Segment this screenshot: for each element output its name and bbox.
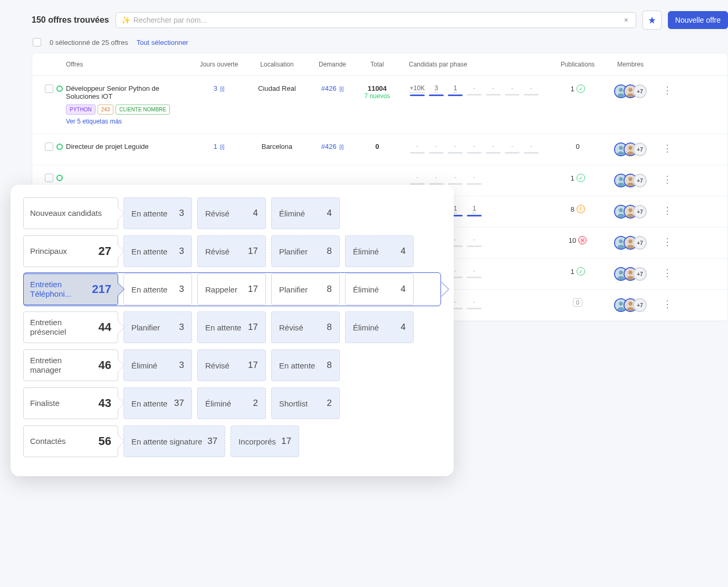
members-avatars[interactable]: +7 [604,298,657,312]
substep-count: 17 [248,284,258,295]
stage-substep[interactable]: En attente 3 [123,273,192,305]
phase-bar [467,277,482,278]
info-icon[interactable]: [i] [339,86,343,92]
new-offer-button[interactable]: Nouvelle offre [668,11,728,29]
stage-substep[interactable]: Éliminé 4 [345,273,414,305]
select-all-link[interactable]: Tout sélectionner [137,39,188,46]
offer-name[interactable]: Développeur Senior Python de Soluciones … [66,84,193,100]
publications-count: 1 [570,85,574,93]
stage-substep[interactable]: Éliminé 4 [345,311,414,343]
stage-header[interactable]: Entretien présenciel 44 [23,311,118,343]
info-icon[interactable]: [i] [221,144,225,150]
stage-header[interactable]: Entretien Téléphoni... 217 [23,273,118,305]
stage-header[interactable]: Nouveaux candidats [23,197,118,229]
members-avatars[interactable]: +7 [604,267,657,281]
tag[interactable]: 243 [98,105,114,115]
stage-substep[interactable]: Révisé 17 [197,349,266,381]
stage-label: Entretien manager [30,356,94,375]
row-menu-icon[interactable]: ⋮ [663,174,672,185]
more-members[interactable]: +7 [633,174,647,187]
more-members[interactable]: +7 [633,267,647,281]
phase-bar [429,152,444,154]
clear-icon[interactable]: × [622,16,630,24]
stage-substep[interactable]: Révisé 4 [197,197,266,229]
phase-count: - [473,298,475,306]
stage-substep[interactable]: Planifier 8 [271,235,340,267]
tag[interactable]: CLIENTE NOMBRE [116,105,170,115]
stage-substep[interactable]: En attente 17 [197,311,266,343]
info-icon[interactable]: [i] [221,86,225,92]
members-avatars[interactable]: +7 [604,143,657,156]
more-tags-link[interactable]: Ver 5 etiquetas más [66,118,193,125]
stage-substep[interactable]: Éliminé 4 [271,197,340,229]
stage-substep[interactable]: En attente 3 [123,197,192,229]
row-menu-icon[interactable]: ⋮ [663,268,672,278]
offer-name[interactable]: Directeur de projet Leguide [66,143,193,150]
check-icon: ✓ [577,84,585,93]
info-icon[interactable]: [i] [339,144,343,150]
request-link[interactable]: #426 [321,84,337,92]
row-menu-icon[interactable]: ⋮ [663,143,672,154]
phase-count: - [511,84,513,92]
stage-substep[interactable]: Éliminé 4 [345,235,414,267]
more-members[interactable]: +7 [633,205,647,219]
stage-header[interactable]: Principaux 27 [23,235,118,267]
stage-substep[interactable]: En attente signature 37 [123,425,225,457]
stage-substep[interactable]: Rappeler 17 [197,273,266,305]
publications-count: 1 [570,174,574,182]
stage-substep[interactable]: Planifier 8 [271,273,340,305]
row-menu-icon[interactable]: ⋮ [663,299,672,309]
substep-count: 3 [179,246,184,257]
search-input[interactable] [133,16,622,24]
search-box[interactable]: ✨ × [116,12,636,28]
tag[interactable]: PYTHON [66,105,95,115]
members-avatars[interactable]: +7 [604,236,657,250]
stage-substep[interactable]: En attente 37 [123,387,192,419]
stage-substep[interactable]: Éliminé 3 [123,349,192,381]
phase-count: - [454,267,456,275]
request-link[interactable]: #426 [321,143,337,150]
row-checkbox[interactable] [45,84,53,93]
stage-substep[interactable]: Révisé 8 [271,311,340,343]
pipeline-stage-row: Entretien Téléphoni... 217 En attente 3 … [23,273,441,305]
row-checkbox[interactable] [45,174,53,182]
stage-header[interactable]: Entretien manager 46 [23,349,118,381]
members-avatars[interactable]: +7 [604,174,657,187]
stage-substep[interactable]: Incorporés 17 [231,425,299,457]
stage-header[interactable]: Contactés 56 [23,425,118,457]
substep-label: Rappeler [205,285,237,294]
stage-substep[interactable]: En attente 8 [271,349,340,381]
stage-substep[interactable]: Shortlist 2 [271,387,340,419]
row-menu-icon[interactable]: ⋮ [663,236,672,247]
more-members[interactable]: +7 [633,84,647,98]
stage-label: Entretien présenciel [30,318,94,337]
phase-bar [524,152,539,154]
th-publications: Publications [551,61,604,68]
members-avatars[interactable]: +7 [604,205,657,219]
substep-count: 4 [401,322,406,333]
substep-label: Éliminé [131,361,157,370]
more-members[interactable]: +7 [633,236,647,250]
check-icon: ✓ [577,267,585,276]
more-members[interactable]: +7 [633,298,647,312]
substep-count: 3 [179,208,184,219]
th-members: Membres [604,61,657,68]
members-avatars[interactable]: +7 [604,84,657,98]
phase-bar [505,152,520,154]
select-all-checkbox[interactable] [33,38,41,46]
stage-count: 43 [99,396,111,410]
stage-substep[interactable]: En attente 3 [123,235,192,267]
stage-substep[interactable]: Éliminé 2 [197,387,266,419]
svg-point-11 [628,177,632,181]
favorite-button[interactable] [643,11,662,30]
row-menu-icon[interactable]: ⋮ [663,205,672,216]
row-menu-icon[interactable]: ⋮ [663,85,672,96]
stage-header[interactable]: Finaliste 43 [23,387,118,419]
table-row: Directeur de projet Leguide1 [i]Barcelon… [32,134,727,165]
row-checkbox[interactable] [45,143,53,151]
phase-count: - [416,174,418,182]
stage-substep[interactable]: Planifier 3 [123,311,192,343]
more-members[interactable]: +7 [633,143,647,156]
stage-substep[interactable]: Révisé 17 [197,235,266,267]
publications-count: 0 [576,143,579,150]
